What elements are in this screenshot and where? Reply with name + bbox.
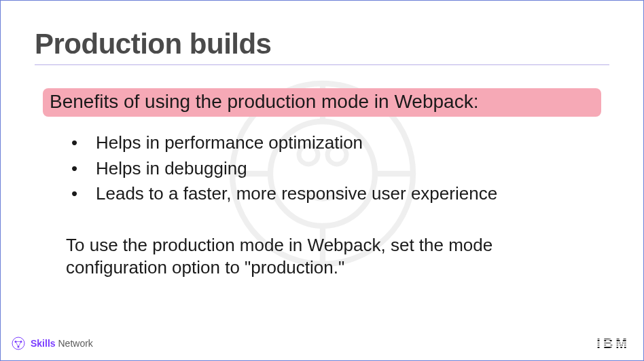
svg-line-13	[16, 342, 18, 347]
ibm-logo: IBM	[596, 336, 630, 352]
highlight-text: Benefits of using the production mode in…	[50, 91, 478, 112]
highlight-bar: Benefits of using the production mode in…	[43, 88, 601, 117]
list-item: Leads to a faster, more responsive user …	[71, 181, 609, 207]
svg-line-14	[18, 342, 21, 347]
body-paragraph: To use the production mode in Webpack, s…	[66, 234, 582, 278]
footer-left: Skills Network	[12, 337, 93, 350]
list-item: Helps in debugging	[71, 156, 609, 182]
slide-title: Production builds	[35, 28, 609, 60]
footer-skills-word: Skills	[31, 338, 56, 349]
slide-body: Production builds Benefits of using the …	[1, 1, 643, 278]
bullet-list: Helps in performance optimization Helps …	[71, 130, 609, 207]
footer-brand: Skills Network	[31, 338, 93, 349]
footer-network-word: Network	[58, 338, 92, 349]
title-divider	[35, 64, 609, 65]
skills-network-icon	[12, 337, 25, 350]
list-item: Helps in performance optimization	[71, 130, 609, 156]
slide-footer: Skills Network IBM	[1, 333, 643, 354]
